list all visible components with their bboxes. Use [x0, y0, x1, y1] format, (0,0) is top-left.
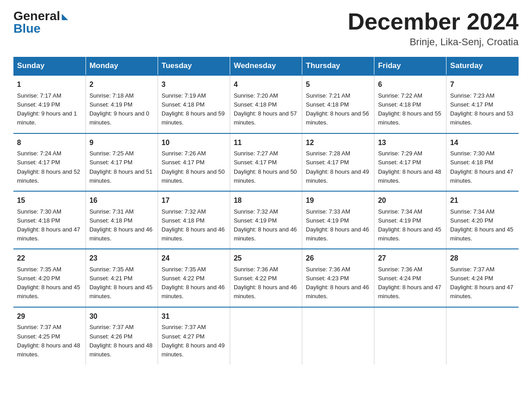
day-number: 3 — [162, 79, 226, 90]
calendar-week-row: 1Sunrise: 7:17 AMSunset: 4:19 PMDaylight… — [13, 75, 519, 133]
table-row: 27Sunrise: 7:36 AMSunset: 4:24 PMDayligh… — [374, 249, 446, 307]
page-header: General Blue December 2024 Brinje, Lika-… — [13, 9, 519, 48]
col-friday: Friday — [374, 57, 446, 75]
day-info: Sunrise: 7:33 AMSunset: 4:19 PMDaylight:… — [306, 207, 370, 244]
day-info: Sunrise: 7:32 AMSunset: 4:19 PMDaylight:… — [234, 207, 298, 244]
table-row: 25Sunrise: 7:36 AMSunset: 4:22 PMDayligh… — [230, 249, 302, 307]
day-number: 20 — [378, 195, 442, 206]
day-info: Sunrise: 7:28 AMSunset: 4:17 PMDaylight:… — [306, 149, 370, 185]
day-number: 5 — [306, 79, 370, 90]
day-number: 1 — [17, 79, 82, 90]
table-row: 30Sunrise: 7:37 AMSunset: 4:26 PMDayligh… — [86, 307, 158, 364]
table-row: 16Sunrise: 7:31 AMSunset: 4:18 PMDayligh… — [86, 191, 158, 249]
day-info: Sunrise: 7:30 AMSunset: 4:18 PMDaylight:… — [17, 207, 82, 244]
table-row: 2Sunrise: 7:18 AMSunset: 4:19 PMDaylight… — [86, 75, 158, 133]
day-info: Sunrise: 7:37 AMSunset: 4:25 PMDaylight:… — [17, 323, 82, 359]
table-row: 23Sunrise: 7:35 AMSunset: 4:21 PMDayligh… — [86, 249, 158, 307]
day-number: 16 — [90, 195, 154, 206]
table-row: 11Sunrise: 7:27 AMSunset: 4:17 PMDayligh… — [230, 133, 302, 191]
day-number: 28 — [450, 253, 515, 264]
table-row: 8Sunrise: 7:24 AMSunset: 4:17 PMDaylight… — [13, 133, 86, 191]
day-info: Sunrise: 7:32 AMSunset: 4:18 PMDaylight:… — [162, 207, 226, 244]
table-row: 6Sunrise: 7:22 AMSunset: 4:18 PMDaylight… — [374, 75, 446, 133]
col-saturday: Saturday — [446, 57, 519, 75]
day-number: 2 — [90, 79, 154, 90]
day-info: Sunrise: 7:31 AMSunset: 4:18 PMDaylight:… — [90, 207, 154, 244]
day-info: Sunrise: 7:25 AMSunset: 4:17 PMDaylight:… — [90, 149, 154, 185]
day-number: 21 — [450, 195, 515, 206]
day-number: 29 — [17, 311, 82, 322]
table-row: 28Sunrise: 7:37 AMSunset: 4:24 PMDayligh… — [446, 249, 519, 307]
table-row: 3Sunrise: 7:19 AMSunset: 4:18 PMDaylight… — [158, 75, 230, 133]
col-sunday: Sunday — [13, 57, 86, 75]
calendar-week-row: 15Sunrise: 7:30 AMSunset: 4:18 PMDayligh… — [13, 191, 519, 249]
table-row — [230, 307, 302, 364]
day-info: Sunrise: 7:35 AMSunset: 4:22 PMDaylight:… — [162, 265, 226, 301]
day-info: Sunrise: 7:36 AMSunset: 4:22 PMDaylight:… — [234, 265, 298, 301]
day-info: Sunrise: 7:23 AMSunset: 4:17 PMDaylight:… — [450, 91, 515, 128]
day-info: Sunrise: 7:37 AMSunset: 4:24 PMDaylight:… — [450, 265, 515, 301]
table-row: 1Sunrise: 7:17 AMSunset: 4:19 PMDaylight… — [13, 75, 86, 133]
day-number: 24 — [162, 253, 226, 264]
day-number: 9 — [90, 137, 154, 149]
table-row: 17Sunrise: 7:32 AMSunset: 4:18 PMDayligh… — [158, 191, 230, 249]
day-number: 13 — [378, 137, 442, 149]
table-row: 13Sunrise: 7:29 AMSunset: 4:17 PMDayligh… — [374, 133, 446, 191]
day-info: Sunrise: 7:27 AMSunset: 4:17 PMDaylight:… — [234, 149, 298, 185]
table-row: 22Sunrise: 7:35 AMSunset: 4:20 PMDayligh… — [13, 249, 86, 307]
day-info: Sunrise: 7:29 AMSunset: 4:17 PMDaylight:… — [378, 149, 442, 185]
table-row: 29Sunrise: 7:37 AMSunset: 4:25 PMDayligh… — [13, 307, 86, 364]
table-row: 7Sunrise: 7:23 AMSunset: 4:17 PMDaylight… — [446, 75, 519, 133]
table-row: 15Sunrise: 7:30 AMSunset: 4:18 PMDayligh… — [13, 191, 86, 249]
table-row: 10Sunrise: 7:26 AMSunset: 4:17 PMDayligh… — [158, 133, 230, 191]
day-number: 23 — [90, 253, 154, 264]
day-number: 10 — [162, 137, 226, 149]
table-row: 26Sunrise: 7:36 AMSunset: 4:23 PMDayligh… — [302, 249, 374, 307]
col-tuesday: Tuesday — [158, 57, 230, 75]
title-block: December 2024 Brinje, Lika-Senj, Croatia — [348, 9, 519, 48]
col-monday: Monday — [86, 57, 158, 75]
day-number: 14 — [450, 137, 515, 149]
day-number: 25 — [234, 253, 298, 264]
day-info: Sunrise: 7:36 AMSunset: 4:24 PMDaylight:… — [378, 265, 442, 301]
day-number: 27 — [378, 253, 442, 264]
day-number: 26 — [306, 253, 370, 264]
day-number: 4 — [234, 79, 298, 90]
calendar-week-row: 22Sunrise: 7:35 AMSunset: 4:20 PMDayligh… — [13, 249, 519, 307]
day-info: Sunrise: 7:34 AMSunset: 4:19 PMDaylight:… — [378, 207, 442, 244]
day-number: 31 — [162, 311, 226, 322]
table-row: 24Sunrise: 7:35 AMSunset: 4:22 PMDayligh… — [158, 249, 230, 307]
location: Brinje, Lika-Senj, Croatia — [348, 36, 519, 48]
table-row: 20Sunrise: 7:34 AMSunset: 4:19 PMDayligh… — [374, 191, 446, 249]
day-info: Sunrise: 7:17 AMSunset: 4:19 PMDaylight:… — [17, 91, 82, 128]
day-number: 15 — [17, 195, 82, 206]
table-row: 31Sunrise: 7:37 AMSunset: 4:27 PMDayligh… — [158, 307, 230, 364]
table-row — [302, 307, 374, 364]
day-info: Sunrise: 7:36 AMSunset: 4:23 PMDaylight:… — [306, 265, 370, 301]
day-info: Sunrise: 7:35 AMSunset: 4:21 PMDaylight:… — [90, 265, 154, 301]
table-row — [374, 307, 446, 364]
day-info: Sunrise: 7:22 AMSunset: 4:18 PMDaylight:… — [378, 91, 442, 128]
col-wednesday: Wednesday — [230, 57, 302, 75]
day-info: Sunrise: 7:37 AMSunset: 4:26 PMDaylight:… — [90, 323, 154, 359]
day-number: 17 — [162, 195, 226, 206]
calendar-week-row: 29Sunrise: 7:37 AMSunset: 4:25 PMDayligh… — [13, 307, 519, 364]
table-row: 9Sunrise: 7:25 AMSunset: 4:17 PMDaylight… — [86, 133, 158, 191]
table-row: 21Sunrise: 7:34 AMSunset: 4:20 PMDayligh… — [446, 191, 519, 249]
day-info: Sunrise: 7:30 AMSunset: 4:18 PMDaylight:… — [450, 149, 515, 185]
col-thursday: Thursday — [302, 57, 374, 75]
table-row: 19Sunrise: 7:33 AMSunset: 4:19 PMDayligh… — [302, 191, 374, 249]
day-number: 12 — [306, 137, 370, 149]
logo: General Blue — [13, 9, 68, 36]
day-info: Sunrise: 7:26 AMSunset: 4:17 PMDaylight:… — [162, 149, 226, 185]
day-number: 6 — [378, 79, 442, 90]
day-info: Sunrise: 7:21 AMSunset: 4:18 PMDaylight:… — [306, 91, 370, 128]
day-info: Sunrise: 7:18 AMSunset: 4:19 PMDaylight:… — [90, 91, 154, 128]
day-info: Sunrise: 7:19 AMSunset: 4:18 PMDaylight:… — [162, 91, 226, 128]
day-number: 7 — [450, 79, 515, 90]
day-number: 19 — [306, 195, 370, 206]
day-number: 18 — [234, 195, 298, 206]
day-number: 11 — [234, 137, 298, 149]
table-row: 12Sunrise: 7:28 AMSunset: 4:17 PMDayligh… — [302, 133, 374, 191]
day-number: 8 — [17, 137, 82, 149]
